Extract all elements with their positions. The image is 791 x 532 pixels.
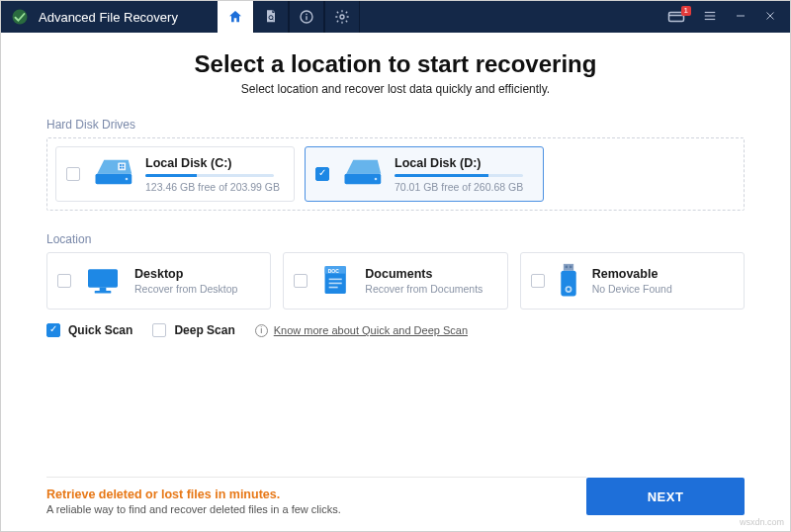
notification-badge: 1 (681, 6, 691, 16)
close-button[interactable] (764, 9, 776, 25)
drive-card-d[interactable]: Local Disk (D:) 70.01 GB free of 260.68 … (305, 146, 544, 202)
drive-c-name: Local Disk (C:) (145, 156, 280, 170)
deep-scan-checkbox[interactable] (152, 323, 166, 337)
scan-options: Quick Scan Deep Scan i Know more about Q… (46, 323, 745, 337)
drives-container: Local Disk (C:) 123.46 GB free of 203.99… (46, 137, 745, 211)
svg-rect-33 (564, 264, 573, 271)
drive-d-free: 70.01 GB free of 260.68 GB (395, 181, 523, 193)
search-file-icon (263, 9, 279, 25)
info-icon: i (255, 324, 268, 337)
app-logo-icon (9, 6, 31, 28)
quick-scan-label: Quick Scan (68, 323, 132, 337)
page-title: Select a location to start recovering (46, 50, 745, 78)
location-documents-name: Documents (365, 267, 483, 281)
drive-c-free: 123.46 GB free of 203.99 GB (145, 181, 280, 193)
svg-point-21 (126, 178, 129, 181)
location-desktop-name: Desktop (134, 267, 237, 281)
svg-point-6 (340, 15, 344, 19)
svg-rect-24 (88, 269, 118, 287)
quick-scan-option[interactable]: Quick Scan (46, 323, 132, 337)
location-desktop-sub: Recover from Desktop (134, 283, 237, 295)
nav-home-button[interactable] (218, 1, 253, 33)
app-title: Advanced File Recovery (39, 10, 178, 25)
svg-rect-16 (118, 162, 126, 170)
quick-scan-checkbox[interactable] (46, 323, 60, 337)
gear-icon (334, 9, 350, 25)
svg-rect-35 (570, 266, 572, 269)
location-desktop-checkbox[interactable] (57, 274, 71, 288)
location-removable[interactable]: Removable No Device Found (520, 252, 745, 310)
hdd-icon (92, 154, 133, 194)
locations-container: Desktop Recover from Desktop DOC Documen… (46, 252, 745, 310)
svg-point-23 (375, 178, 378, 181)
svg-rect-34 (565, 266, 568, 269)
nav-info-button[interactable] (289, 1, 324, 33)
know-more-link[interactable]: Know more about Quick and Deep Scan (274, 324, 468, 336)
page-subtitle: Select location and recover lost data qu… (46, 82, 745, 96)
location-removable-sub: No Device Found (592, 283, 672, 295)
footer-title: Retrieve deleted or lost files in minute… (46, 488, 586, 501)
footer-sub: A reliable way to find and recover delet… (46, 503, 586, 515)
desktop-icon (83, 264, 123, 298)
know-more: i Know more about Quick and Deep Scan (255, 324, 468, 337)
location-documents[interactable]: DOC Documents Recover from Documents (283, 252, 507, 310)
svg-rect-26 (95, 291, 112, 294)
drive-d-checkbox[interactable] (315, 167, 329, 181)
location-desktop[interactable]: Desktop Recover from Desktop (46, 252, 271, 310)
drive-d-usage-bar (395, 174, 523, 177)
minimize-icon (735, 10, 747, 22)
footer: Retrieve deleted or lost files in minute… (1, 477, 790, 515)
location-documents-checkbox[interactable] (294, 274, 308, 288)
svg-rect-25 (100, 288, 107, 291)
deep-scan-option[interactable]: Deep Scan (152, 323, 234, 337)
svg-rect-20 (123, 167, 125, 169)
svg-rect-19 (120, 167, 122, 169)
watermark: wsxdn.com (740, 517, 784, 527)
window-controls: 1 (654, 1, 790, 33)
svg-text:DOC: DOC (328, 269, 339, 274)
main-content: Select a location to start recovering Se… (1, 33, 790, 337)
info-icon (299, 9, 314, 25)
section-label-drives: Hard Disk Drives (46, 118, 745, 132)
menu-icon (703, 9, 717, 23)
drive-c-usage-bar (145, 174, 274, 177)
drive-c-checkbox[interactable] (66, 167, 80, 181)
deep-scan-label: Deep Scan (174, 323, 234, 337)
hdd-icon (341, 154, 383, 194)
close-icon (764, 10, 776, 22)
svg-rect-17 (120, 164, 122, 166)
svg-point-0 (13, 10, 28, 25)
location-documents-sub: Recover from Documents (365, 283, 483, 295)
title-bar: Advanced File Recovery 1 (1, 1, 790, 33)
home-icon (227, 9, 243, 25)
location-removable-name: Removable (592, 267, 672, 281)
svg-rect-18 (123, 164, 125, 166)
svg-point-5 (306, 14, 308, 16)
section-label-location: Location (46, 232, 745, 246)
menu-button[interactable] (703, 9, 717, 26)
nav-icons (218, 1, 360, 33)
minimize-button[interactable] (735, 9, 747, 25)
next-button[interactable]: NEXT (586, 478, 745, 515)
notifications-button[interactable]: 1 (667, 10, 685, 24)
drive-d-name: Local Disk (D:) (395, 156, 523, 170)
nav-preview-button[interactable] (253, 1, 289, 33)
drive-card-c[interactable]: Local Disk (C:) 123.46 GB free of 203.99… (55, 146, 295, 202)
nav-settings-button[interactable] (324, 1, 360, 33)
usb-icon (557, 262, 580, 300)
documents-icon: DOC (319, 263, 353, 299)
location-removable-checkbox[interactable] (531, 274, 545, 288)
